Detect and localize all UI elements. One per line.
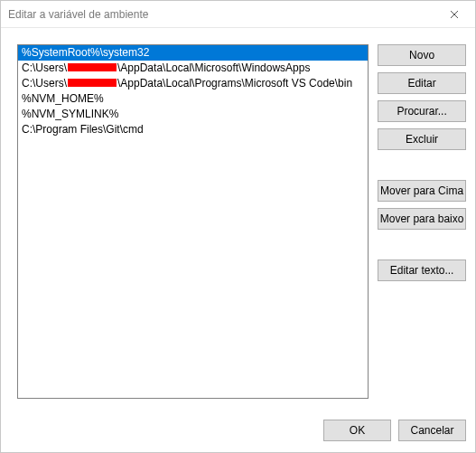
redacted-username: [68, 63, 117, 71]
list-item-text: %NVM_HOME%: [22, 91, 104, 107]
list-item-text: C:\Users\: [22, 61, 67, 76]
list-item-text: \AppData\Local\Programs\Microsoft VS Cod…: [117, 76, 352, 91]
list-item-text: C:\Program Files\Git\cmd: [22, 122, 144, 137]
redacted-username: [68, 79, 117, 87]
list-item[interactable]: %SystemRoot%\system32: [18, 45, 368, 61]
list-item-text: %NVM_SYMLINK%: [22, 107, 118, 122]
titlebar: Editar a variável de ambiente: [1, 1, 475, 28]
list-item[interactable]: %NVM_SYMLINK%: [18, 107, 368, 122]
list-item[interactable]: C:\Users\\AppData\Local\Programs\Microso…: [18, 76, 368, 91]
close-icon: [450, 7, 459, 22]
edit-button[interactable]: Editar: [378, 72, 466, 94]
window-title: Editar a variável de ambiente: [8, 8, 434, 21]
move-up-button[interactable]: Mover para Cima: [378, 180, 466, 202]
dialog-footer: OK Cancelar: [323, 420, 466, 441]
list-item-text: %SystemRoot%\system32: [22, 45, 149, 61]
new-button[interactable]: Novo: [378, 44, 466, 66]
list-item[interactable]: C:\Program Files\Git\cmd: [18, 122, 368, 137]
delete-button[interactable]: Excluir: [378, 128, 466, 150]
edit-text-button[interactable]: Editar texto...: [378, 260, 466, 281]
list-item[interactable]: %NVM_HOME%: [18, 91, 368, 107]
list-item-text: C:\Users\: [22, 76, 67, 91]
cancel-button[interactable]: Cancelar: [398, 420, 466, 441]
list-item-text: \AppData\Local\Microsoft\WindowsApps: [117, 61, 310, 76]
dialog-content: %SystemRoot%\system32C:\Users\\AppData\L…: [1, 28, 475, 452]
move-down-button[interactable]: Mover para baixo: [378, 208, 466, 230]
close-button[interactable]: [434, 1, 475, 28]
path-listbox[interactable]: %SystemRoot%\system32C:\Users\\AppData\L…: [17, 44, 369, 399]
list-item[interactable]: C:\Users\\AppData\Local\Microsoft\Window…: [18, 61, 368, 76]
ok-button[interactable]: OK: [323, 420, 391, 441]
browse-button[interactable]: Procurar...: [378, 100, 466, 122]
sidebar-buttons: Novo Editar Procurar... Excluir Mover pa…: [378, 44, 466, 399]
